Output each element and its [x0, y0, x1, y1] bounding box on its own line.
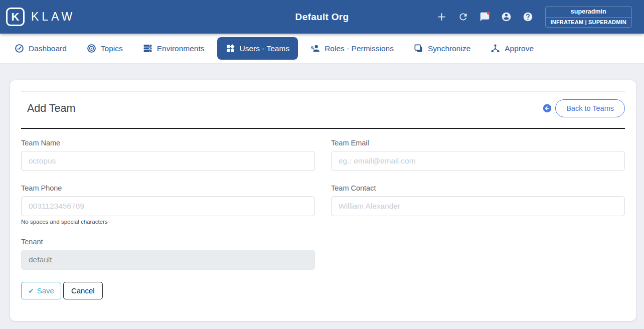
org-title: Default Org [295, 12, 349, 23]
tenant-label: Tenant [21, 238, 315, 246]
cancel-button[interactable]: Cancel [63, 282, 103, 299]
nav-label: Users - Teams [240, 44, 290, 53]
nav-item-synchronize[interactable]: Synchronize [406, 38, 478, 59]
account-icon[interactable] [501, 12, 512, 22]
save-button-label: Save [37, 286, 54, 295]
team-name-label: Team Name [21, 139, 315, 147]
plus-icon[interactable] [436, 12, 447, 22]
nav-label: Approve [505, 44, 534, 53]
notification-badge-dot [487, 12, 490, 15]
clone-icon [414, 44, 423, 53]
section-divider [21, 128, 625, 129]
nav-item-topics[interactable]: Topics [79, 38, 130, 59]
team-contact-input[interactable] [331, 196, 625, 216]
nav-item-users-teams[interactable]: Users - Teams [217, 37, 298, 60]
form-actions: ✔ Save Cancel [21, 282, 625, 299]
add-team-card: Add Team Back to Teams Team Name Team Em… [10, 80, 636, 321]
main-nav: Dashboard Topics Environments [0, 34, 644, 64]
help-icon[interactable] [523, 12, 533, 22]
header-actions [436, 12, 533, 22]
app-header: K KLAW Default Org superadmin INFRATE [0, 0, 644, 34]
nav-item-roles-permissions[interactable]: Roles - Permissions [303, 38, 401, 59]
team-email-label: Team Email [331, 139, 625, 147]
back-to-teams-button[interactable]: Back to Teams [555, 99, 625, 117]
team-phone-helper-text: No spaces and special characters [21, 219, 315, 225]
app-logo-text: KLAW [31, 10, 75, 24]
bullseye-icon [87, 44, 96, 53]
grid-spacer [331, 238, 625, 270]
team-contact-field-group: Team Contact [331, 184, 625, 225]
klaw-logo-icon[interactable]: K [6, 8, 25, 26]
nav-item-dashboard[interactable]: Dashboard [7, 38, 74, 59]
team-phone-label: Team Phone [21, 184, 315, 192]
nav-label: Synchronize [428, 44, 470, 53]
nav-label: Environments [157, 44, 205, 53]
team-email-input[interactable] [331, 151, 625, 171]
chat-notification-icon[interactable] [479, 12, 490, 22]
team-contact-label: Team Contact [331, 184, 625, 192]
nav-label: Dashboard [29, 44, 67, 53]
nav-label: Roles - Permissions [325, 44, 394, 53]
page-background: Add Team Back to Teams Team Name Team Em… [0, 64, 644, 329]
card-header: Add Team Back to Teams [21, 92, 625, 128]
user-info-box[interactable]: superadmin INFRATEAM | SUPERADMIN [545, 6, 632, 28]
tenant-input [21, 250, 315, 270]
user-team-role: INFRATEAM | SUPERADMIN [546, 17, 632, 27]
refresh-icon[interactable] [458, 12, 468, 22]
page-title: Add Team [27, 102, 75, 115]
team-phone-field-group: Team Phone No spaces and special charact… [21, 184, 315, 225]
nav-label: Topics [101, 44, 123, 53]
server-icon [143, 44, 152, 53]
tenant-field-group: Tenant [21, 238, 315, 270]
back-to-teams-group: Back to Teams [543, 99, 625, 117]
check-icon: ✔ [28, 287, 34, 295]
team-email-field-group: Team Email [331, 139, 625, 171]
username: superadmin [546, 7, 632, 17]
team-phone-input[interactable] [21, 196, 315, 216]
hub-icon [491, 44, 500, 53]
team-name-field-group: Team Name [21, 139, 315, 171]
nav-item-approve[interactable]: Approve [483, 38, 541, 59]
arrow-left-circle-icon[interactable] [543, 104, 552, 113]
team-name-input[interactable] [21, 151, 315, 171]
save-button[interactable]: ✔ Save [21, 282, 61, 299]
nav-item-environments[interactable]: Environments [135, 38, 212, 59]
widgets-icon [226, 44, 235, 53]
user-key-icon [310, 44, 320, 53]
gauge-icon [15, 44, 24, 53]
add-team-form: Team Name Team Email Team Phone No space… [21, 139, 625, 270]
